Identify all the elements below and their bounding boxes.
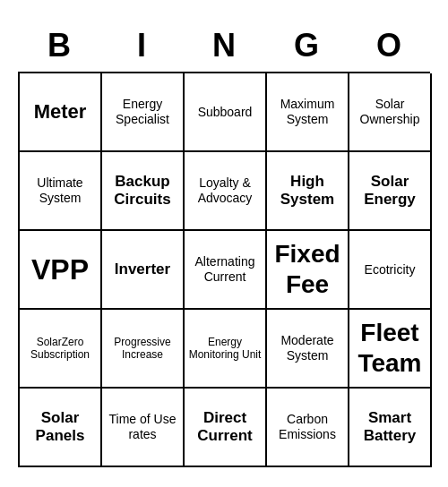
bingo-cell-r4-c3[interactable]: Carbon Emissions bbox=[267, 389, 349, 467]
bingo-cell-r3-c3[interactable]: Moderate System bbox=[267, 310, 349, 389]
bingo-cell-r2-c1[interactable]: Inverter bbox=[102, 231, 185, 310]
header-letter-o: O bbox=[353, 27, 425, 64]
bingo-cell-r0-c1[interactable]: Energy Specialist bbox=[102, 73, 185, 152]
bingo-grid: MeterEnergy SpecialistSubboardMaximum Sy… bbox=[18, 72, 430, 467]
cell-text-r3-c3: Moderate System bbox=[271, 333, 344, 363]
bingo-cell-r2-c0[interactable]: VPP bbox=[20, 231, 102, 310]
header-letter-g: G bbox=[271, 27, 342, 64]
cell-text-r0-c1: Energy Specialist bbox=[106, 97, 179, 127]
bingo-cell-r3-c0[interactable]: SolarZero Subscription bbox=[20, 310, 102, 389]
cell-text-r0-c2: Subboard bbox=[198, 105, 253, 120]
bingo-card: BINGO MeterEnergy SpecialistSubboardMaxi… bbox=[18, 20, 430, 467]
bingo-cell-r4-c1[interactable]: Time of Use rates bbox=[102, 389, 185, 467]
cell-text-r0-c4: Solar Ownership bbox=[353, 97, 426, 127]
bingo-cell-r4-c4[interactable]: Smart Battery bbox=[349, 389, 432, 467]
cell-text-r4-c4: Smart Battery bbox=[353, 409, 426, 446]
cell-text-r2-c4: Ecotricity bbox=[365, 262, 416, 278]
header-letter-i: I bbox=[106, 27, 177, 64]
bingo-cell-r0-c3[interactable]: Maximum System bbox=[267, 73, 349, 152]
bingo-cell-r1-c4[interactable]: Solar Energy bbox=[349, 152, 432, 231]
bingo-cell-r1-c3[interactable]: High System bbox=[267, 152, 349, 231]
bingo-cell-r4-c0[interactable]: Solar Panels bbox=[20, 389, 102, 467]
bingo-cell-r3-c4[interactable]: Fleet Team bbox=[349, 310, 432, 389]
bingo-cell-r2-c2[interactable]: Alternating Current bbox=[185, 231, 267, 310]
cell-text-r3-c2: Energy Monitoring Unit bbox=[188, 336, 262, 362]
cell-text-r3-c1: Progressive Increase bbox=[106, 336, 179, 362]
bingo-cell-r1-c1[interactable]: Backup Circuits bbox=[102, 152, 185, 231]
bingo-cell-r1-c2[interactable]: Loyalty & Advocacy bbox=[185, 152, 267, 231]
cell-text-r4-c0: Solar Panels bbox=[23, 409, 97, 446]
bingo-cell-r4-c2[interactable]: Direct Current bbox=[185, 389, 267, 467]
cell-text-r0-c0: Meter bbox=[34, 100, 87, 124]
cell-text-r1-c1: Backup Circuits bbox=[106, 173, 179, 209]
cell-text-r3-c0: SolarZero Subscription bbox=[23, 336, 97, 362]
cell-text-r4-c3: Carbon Emissions bbox=[271, 412, 344, 442]
bingo-cell-r2-c4[interactable]: Ecotricity bbox=[349, 231, 432, 310]
cell-text-r1-c2: Loyalty & Advocacy bbox=[188, 175, 262, 206]
bingo-cell-r2-c3[interactable]: Fixed Fee bbox=[267, 231, 349, 310]
bingo-header: BINGO bbox=[18, 20, 430, 72]
cell-text-r2-c2: Alternating Current bbox=[188, 254, 262, 285]
cell-text-r1-c3: High System bbox=[271, 173, 344, 209]
header-letter-n: N bbox=[188, 27, 260, 64]
cell-text-r0-c3: Maximum System bbox=[271, 97, 344, 127]
bingo-cell-r3-c1[interactable]: Progressive Increase bbox=[102, 310, 185, 389]
cell-text-r2-c1: Inverter bbox=[115, 261, 170, 278]
cell-text-r2-c3: Fixed Fee bbox=[271, 239, 344, 299]
cell-text-r1-c0: Ultimate System bbox=[23, 175, 97, 206]
header-letter-b: B bbox=[23, 27, 95, 64]
bingo-cell-r3-c2[interactable]: Energy Monitoring Unit bbox=[185, 310, 267, 389]
cell-text-r2-c0: VPP bbox=[31, 252, 89, 286]
cell-text-r1-c4: Solar Energy bbox=[353, 173, 426, 209]
cell-text-r3-c4: Fleet Team bbox=[353, 318, 426, 378]
cell-text-r4-c2: Direct Current bbox=[188, 409, 262, 446]
bingo-cell-r0-c0[interactable]: Meter bbox=[20, 73, 102, 152]
bingo-cell-r0-c2[interactable]: Subboard bbox=[185, 73, 267, 152]
bingo-cell-r1-c0[interactable]: Ultimate System bbox=[20, 152, 102, 231]
bingo-cell-r0-c4[interactable]: Solar Ownership bbox=[349, 73, 432, 152]
cell-text-r4-c1: Time of Use rates bbox=[106, 412, 179, 442]
